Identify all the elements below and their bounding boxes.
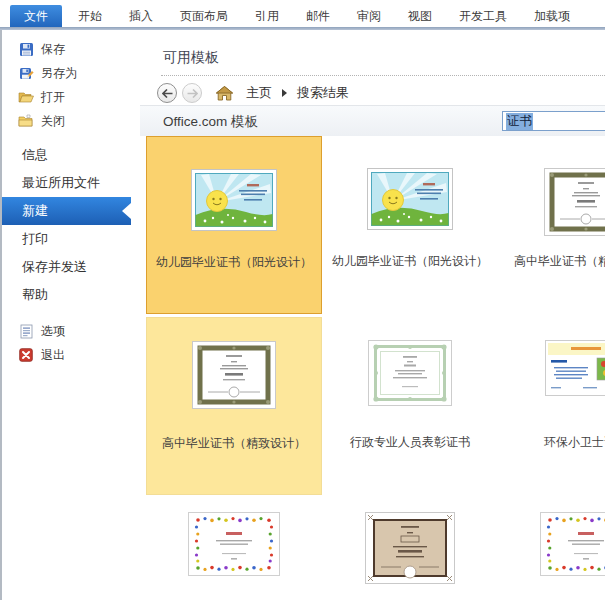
template-label: 环保小卫士证书 <box>498 434 605 451</box>
backstage-menu: 信息 最近所用文件 新建 打印 保存并发送 帮助 <box>2 141 131 309</box>
template-item[interactable] <box>322 498 498 600</box>
sidebar-item-label: 退出 <box>41 347 65 364</box>
template-item[interactable]: 高中毕业证书（精致设计） <box>498 136 605 314</box>
olive-certificate-thumbnail <box>192 341 276 413</box>
back-button[interactable] <box>157 83 177 103</box>
breadcrumb-home[interactable]: 主页 <box>246 84 272 102</box>
sidebar-item-close[interactable]: 关闭 <box>2 109 131 133</box>
sunny-certificate-thumbnail <box>191 169 277 235</box>
confetti-certificate-thumbnail <box>540 512 605 580</box>
home-icon[interactable] <box>216 86 233 101</box>
sidebar-item-help[interactable]: 帮助 <box>2 281 131 309</box>
close-folder-icon <box>18 113 34 129</box>
backstage-content: 可用模板 主页 搜索结果 Office.com 模板 证书 幼儿园毕业证书（阳光… <box>131 30 605 600</box>
sidebar-item-info[interactable]: 信息 <box>2 141 131 169</box>
sidebar-item-save[interactable]: 保存 <box>2 37 131 61</box>
tab-page-layout[interactable]: 页面布局 <box>169 5 239 27</box>
template-item[interactable] <box>498 498 605 600</box>
sidebar-item-exit[interactable]: 退出 <box>2 343 131 367</box>
sidebar-item-save-send[interactable]: 保存并发送 <box>2 253 131 281</box>
olive-certificate-thumbnail <box>544 168 605 240</box>
tab-review[interactable]: 审阅 <box>346 5 392 27</box>
officecom-templates-title: Office.com 模板 <box>163 113 258 131</box>
sidebar-item-recent[interactable]: 最近所用文件 <box>2 169 131 197</box>
template-label: 高中毕业证书（精致设计） <box>498 253 605 270</box>
sidebar-item-label: 打开 <box>41 89 65 106</box>
sidebar-item-options[interactable]: 选项 <box>2 319 131 343</box>
save-as-icon <box>18 65 34 81</box>
breadcrumb-current: 搜索结果 <box>297 84 349 102</box>
sunny-certificate-thumbnail <box>367 168 453 234</box>
ribbon-tab-bar: 文件 开始 插入 页面布局 引用 邮件 审阅 视图 开发工具 加载项 <box>0 0 605 27</box>
forward-button[interactable] <box>182 83 202 103</box>
search-selected-text: 证书 <box>506 113 533 130</box>
officecom-header-band: Office.com 模板 证书 <box>140 105 605 136</box>
template-item[interactable]: 幼儿园毕业证书（阳光设计） <box>146 136 322 314</box>
template-item[interactable]: 行政专业人员表彰证书 <box>322 317 498 495</box>
template-item[interactable] <box>146 498 322 600</box>
sidebar-item-label: 保存 <box>41 41 65 58</box>
tab-insert[interactable]: 插入 <box>118 5 164 27</box>
backstage-sidebar: 保存 另存为 打开 关闭 信息 最近所用文件 新建 打印 保存并发送 帮助 选项 <box>0 30 131 600</box>
tan-certificate-thumbnail <box>365 512 455 588</box>
template-label: 幼儿园毕业证书（阳光设计） <box>147 254 321 271</box>
eco-certificate-thumbnail <box>545 340 605 400</box>
tab-home[interactable]: 开始 <box>67 5 113 27</box>
template-breadcrumb: 主页 搜索结果 <box>157 81 355 105</box>
tab-view[interactable]: 视图 <box>397 5 443 27</box>
open-folder-icon <box>18 89 34 105</box>
sidebar-item-print[interactable]: 打印 <box>2 225 131 253</box>
tab-references[interactable]: 引用 <box>244 5 290 27</box>
confetti-certificate-thumbnail <box>188 512 280 580</box>
template-item[interactable]: 高中毕业证书（精致设计） <box>146 317 322 495</box>
title-separator <box>161 75 605 76</box>
options-icon <box>18 323 34 339</box>
tab-addins[interactable]: 加载项 <box>523 5 581 27</box>
sidebar-item-new[interactable]: 新建 <box>2 197 131 225</box>
breadcrumb-arrow-icon <box>282 89 287 97</box>
template-label: 幼儿园毕业证书（阳光设计） <box>322 253 498 270</box>
save-icon <box>18 41 34 57</box>
sidebar-item-label: 关闭 <box>41 113 65 130</box>
sidebar-item-label: 另存为 <box>41 65 77 82</box>
page-title: 可用模板 <box>163 49 219 67</box>
green-certificate-thumbnail <box>368 340 452 410</box>
backstage-bottom-commands: 选项 退出 <box>2 319 131 367</box>
sidebar-item-label: 选项 <box>41 323 65 340</box>
tab-file[interactable]: 文件 <box>10 5 62 27</box>
search-input[interactable]: 证书 <box>502 111 605 131</box>
template-label: 行政专业人员表彰证书 <box>322 434 498 451</box>
exit-icon <box>18 347 34 363</box>
tab-mailings[interactable]: 邮件 <box>295 5 341 27</box>
tab-developer[interactable]: 开发工具 <box>448 5 518 27</box>
sidebar-item-open[interactable]: 打开 <box>2 85 131 109</box>
template-item[interactable]: 幼儿园毕业证书（阳光设计） <box>322 136 498 314</box>
sidebar-item-save-as[interactable]: 另存为 <box>2 61 131 85</box>
template-label: 高中毕业证书（精致设计） <box>147 435 321 452</box>
template-item[interactable]: 环保小卫士证书 <box>498 317 605 495</box>
